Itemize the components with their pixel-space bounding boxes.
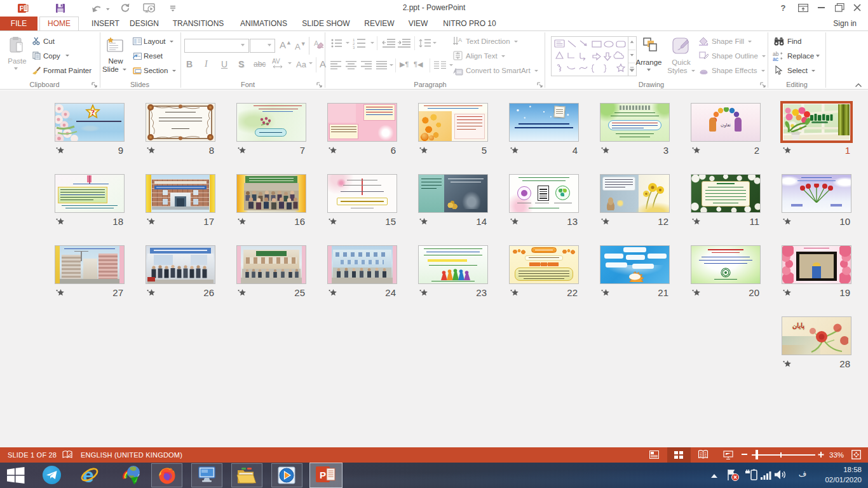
svg-text:3: 3 xyxy=(353,46,355,49)
svg-text:P: P xyxy=(320,470,326,480)
svg-text:AV: AV xyxy=(272,58,280,65)
svg-text:?: ? xyxy=(91,107,95,117)
svg-text:e: e xyxy=(83,464,94,486)
svg-text:ac: ac xyxy=(773,56,779,61)
svg-text:A: A xyxy=(458,37,462,43)
